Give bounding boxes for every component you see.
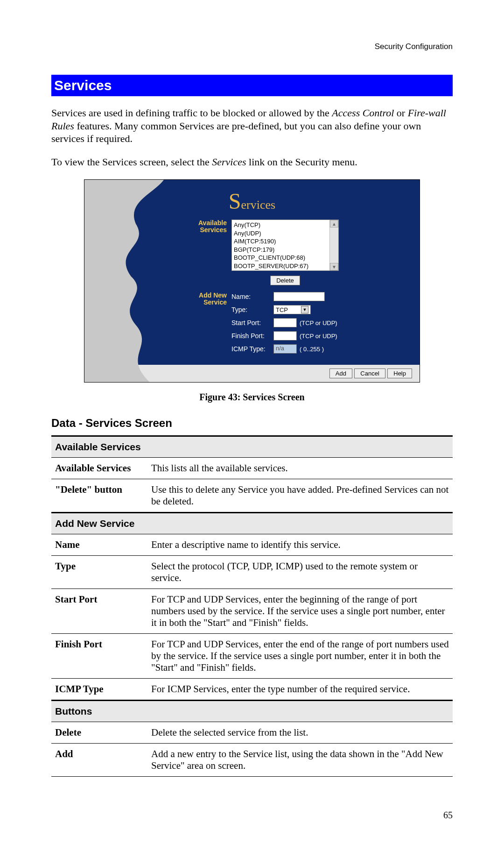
row-desc: This lists all the available services. <box>147 458 453 479</box>
label-icmp-type: ICMP Type: <box>231 345 273 353</box>
row-label: Start Port <box>51 589 147 634</box>
row-label: Add <box>51 744 147 777</box>
emph-services: Services <box>212 156 246 168</box>
text: Services are used in defining traffic to… <box>51 107 332 119</box>
label-type: Type: <box>231 306 273 313</box>
cancel-button[interactable]: Cancel <box>354 369 385 378</box>
label-start-port: Start Port: <box>231 319 273 326</box>
list-item[interactable]: BOOTP_SERVER(UDP:67) <box>234 262 336 270</box>
start-port-input[interactable] <box>273 318 297 327</box>
list-item[interactable]: Any(TCP) <box>234 221 336 229</box>
available-services-listbox[interactable]: Any(TCP) Any(UDP) AIM(TCP:5190) BGP(TCP:… <box>231 220 339 271</box>
table-section-addnew: Add New Service <box>51 513 453 534</box>
scroll-up-icon[interactable]: ▲ <box>330 220 338 227</box>
data-subhead: Data - Services Screen <box>51 417 453 430</box>
row-label: Delete <box>51 722 147 744</box>
figure-caption: Figure 43: Services Screen <box>51 392 453 403</box>
row-label: "Delete" button <box>51 479 147 513</box>
scroll-down-icon[interactable]: ▼ <box>330 263 338 270</box>
list-item[interactable]: BOOTP_CLIENT(UDP:68) <box>234 254 336 262</box>
delete-button[interactable]: Delete <box>270 276 300 285</box>
row-desc: For TCP and UDP Services, enter the begi… <box>147 589 453 634</box>
page-number: 65 <box>443 810 453 821</box>
text: or <box>394 107 407 119</box>
row-label: Name <box>51 534 147 556</box>
label-add-new-service: Add New Service <box>182 292 227 306</box>
icmp-type-input[interactable]: n/a <box>273 344 297 354</box>
text: To view the Services screen, select the <box>51 156 212 168</box>
name-input[interactable] <box>273 292 325 301</box>
row-desc: Select the protocol (TCP, UDP, ICMP) use… <box>147 556 453 589</box>
chevron-down-icon[interactable]: ▼ <box>301 306 308 313</box>
list-item[interactable]: Any(UDP) <box>234 229 336 238</box>
icmp-hint: ( 0..255 ) <box>300 346 324 353</box>
row-desc: Use this to delete any Service you have … <box>147 479 453 513</box>
label-finish-port: Finish Port: <box>231 332 273 340</box>
header-section-label: Security Configuration <box>51 42 453 51</box>
row-desc: Delete the selected service from the lis… <box>147 722 453 744</box>
text: link on the Security menu. <box>246 156 357 168</box>
row-desc: For ICMP Services, enter the type number… <box>147 679 453 701</box>
finish-port-hint: (TCP or UDP) <box>300 333 337 340</box>
finish-port-input[interactable] <box>273 331 297 340</box>
text: features. Many common Services are pre-d… <box>51 120 421 145</box>
intro-paragraph-1: Services are used in defining traffic to… <box>51 106 453 145</box>
title-rest: ervices <box>241 198 276 212</box>
label-available-services: Available Services <box>182 220 227 234</box>
row-desc: Add a new entry to the Service list, usi… <box>147 744 453 777</box>
section-banner: Services <box>51 75 453 96</box>
row-label: Available Services <box>51 458 147 479</box>
list-item[interactable]: BGP(TCP:179) <box>234 246 336 254</box>
coastline-graphic <box>84 180 164 382</box>
row-label: Finish Port <box>51 634 147 679</box>
table-section-buttons: Buttons <box>51 701 453 722</box>
label-name: Name: <box>231 293 273 300</box>
type-select[interactable]: TCP ▼ <box>273 305 311 314</box>
help-button[interactable]: Help <box>387 369 412 378</box>
list-item[interactable]: AIM(TCP:5190) <box>234 237 336 246</box>
row-desc: For TCP and UDP Services, enter the end … <box>147 634 453 679</box>
table-section-available: Available Services <box>51 436 453 458</box>
title-big-s: S <box>229 189 241 213</box>
row-desc: Enter a descriptive name to identify thi… <box>147 534 453 556</box>
services-screenshot: Services Available Services Any(TCP) Any… <box>84 179 420 383</box>
scrollbar[interactable]: ▲ ▼ <box>329 220 338 270</box>
intro-paragraph-2: To view the Services screen, select the … <box>51 156 453 169</box>
add-button[interactable]: Add <box>329 369 352 378</box>
data-table: Available Services Available Services Th… <box>51 435 453 777</box>
emph-access-control: Access Control <box>332 107 394 119</box>
row-label: ICMP Type <box>51 679 147 701</box>
start-port-hint: (TCP or UDP) <box>300 319 337 326</box>
type-value: TCP <box>276 306 288 313</box>
row-label: Type <box>51 556 147 589</box>
